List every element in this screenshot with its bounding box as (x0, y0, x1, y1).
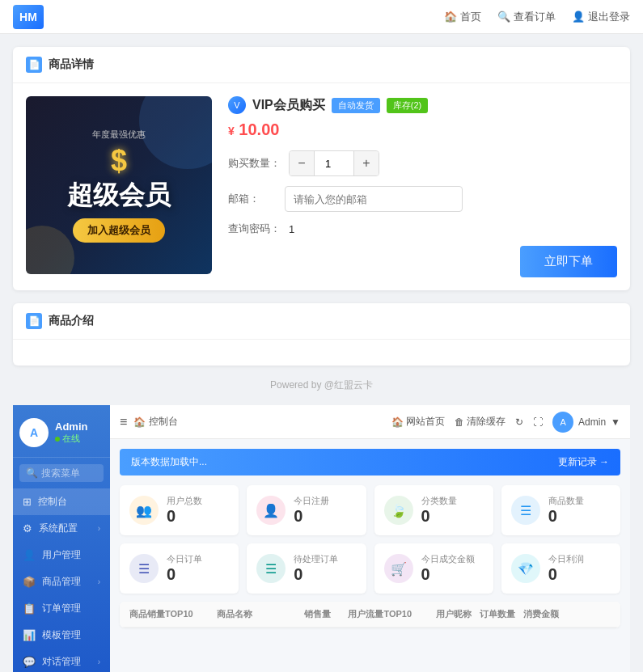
section-title: 商品详情 (49, 57, 94, 72)
sidebar-menu: ⊞ 控制台 ⚙ 系统配置 › 👤 用户管理 📦 商品管理 › (13, 488, 110, 672)
stat-info-users: 用户总数 0 (167, 495, 202, 526)
email-input[interactable] (285, 186, 463, 212)
dashboard-icon: ⊞ (23, 496, 32, 508)
product-detail-header: 📄 商品详情 (13, 47, 630, 83)
product-join-btn: 加入超级会员 (73, 218, 165, 243)
product-intro-header: 📄 商品介绍 (13, 303, 630, 340)
panel-topbar: ≡ 🏠 控制台 🏠 网站首页 🗑 清除缓存 ↻ ⛶ A Admin ▼ (110, 405, 630, 439)
nav-logout[interactable]: 👤 退出登录 (572, 10, 630, 24)
stat-value: 0 (548, 565, 584, 584)
col-user-name: 用户昵称 (436, 608, 480, 620)
sidebar-item-system[interactable]: ⚙ 系统配置 › (13, 515, 110, 542)
stat-value: 0 (167, 565, 202, 584)
refresh-btn[interactable]: ↻ (515, 416, 523, 428)
section-icon: 📄 (26, 57, 42, 73)
stat-info-pending: 待处理订单 0 (294, 553, 338, 584)
intro-title: 商品介绍 (49, 314, 94, 328)
stats-grid-2: ☰ 今日订单 0 ☰ 待处理订单 0 🛒 (120, 543, 620, 594)
stat-value: 0 (421, 565, 475, 584)
stats-grid-1: 👥 用户总数 0 👤 今日注册 0 🍃 (120, 485, 620, 535)
status-label: 在线 (62, 433, 80, 445)
admin-avatar-small: A (552, 412, 573, 433)
sidebar-search-input[interactable] (41, 467, 97, 479)
sidebar-item-dialogue[interactable]: 💬 对话管理 › (13, 649, 110, 672)
col-product-top: 商品销量TOP10 (129, 608, 217, 620)
stat-label: 商品数量 (548, 495, 584, 507)
stat-value: 0 (294, 565, 338, 584)
col-consume: 消费金额 (523, 608, 611, 620)
qty-minus[interactable]: − (290, 151, 314, 175)
product-title-row: V VIP会员购买 自动发货 库存(2) (228, 96, 617, 114)
stat-icon-profit: 💎 (511, 554, 540, 583)
stat-category: 🍃 分类数量 0 (374, 485, 493, 535)
home-link-btn[interactable]: 🏠 网站首页 (391, 415, 445, 429)
badge-stock: 库存(2) (387, 98, 428, 113)
notice-right-link[interactable]: 更新记录 → (558, 455, 609, 469)
finance-icon: 📊 (23, 629, 36, 641)
admin-panel: A Admin 在线 🔍 ⊞ 控制台 ⚙ (13, 405, 630, 672)
sidebar-item-orders[interactable]: 📋 订单管理 (13, 595, 110, 622)
stat-icon-pending: ☰ (256, 554, 286, 583)
admin-name: Admin (55, 421, 87, 433)
chevron-right-icon: › (98, 524, 100, 533)
stat-user-count: 👥 用户总数 0 (120, 485, 239, 535)
nav-links: 🏠 首页 🔍 查看订单 👤 退出登录 (444, 10, 630, 24)
stat-label: 用户总数 (167, 495, 202, 507)
stat-icon-today-orders: ☰ (129, 554, 159, 583)
product-image-subtitle: 年度最强优惠 (67, 129, 171, 141)
stat-icon-reg: 👤 (256, 496, 286, 525)
breadcrumb-icon: 🏠 (133, 416, 146, 428)
nav-orders[interactable]: 🔍 查看订单 (497, 10, 556, 24)
stat-info-today-orders: 今日订单 0 (167, 553, 202, 584)
order-button[interactable]: 立即下单 (520, 246, 617, 277)
email-label: 邮箱： (228, 192, 277, 206)
clear-cache-btn[interactable]: 🗑 清除缓存 (455, 415, 506, 429)
intro-icon: 📄 (26, 313, 42, 329)
nav-home[interactable]: 🏠 首页 (444, 10, 481, 24)
topbar-right: 🏠 网站首页 🗑 清除缓存 ↻ ⛶ A Admin ▼ (391, 412, 620, 433)
chevron-right-icon: › (98, 657, 100, 666)
product-image-main: 超级会员 (67, 178, 171, 213)
stat-info-profit: 今日利润 0 (548, 553, 584, 584)
query-pwd-row: 查询密码： 1 (228, 222, 617, 236)
admin-status: 在线 (55, 433, 87, 445)
sidebar-item-finance[interactable]: 📊 模板管理 (13, 622, 110, 649)
admin-avatar: A (19, 418, 49, 447)
price-symbol: ¥ (228, 125, 235, 137)
qty-row: 购买数量： − + (228, 150, 617, 176)
admin-dropdown-icon[interactable]: ▼ (611, 416, 620, 428)
sidebar-item-label: 用户管理 (42, 548, 81, 562)
stat-info-reg: 今日注册 0 (294, 495, 329, 526)
col-user-top: 用户流量TOP10 (348, 608, 435, 620)
admin-name-topbar: Admin (578, 416, 606, 428)
sidebar-item-label: 订单管理 (42, 602, 81, 615)
stat-value: 0 (421, 507, 457, 526)
qty-plus[interactable]: + (354, 151, 379, 175)
stat-icon-category: 🍃 (384, 496, 413, 525)
sidebar-item-label: 对话管理 (42, 655, 81, 669)
qty-input[interactable] (314, 151, 354, 175)
menu-toggle-button[interactable]: ≡ (120, 415, 127, 429)
col-product-name: 商品名称 (217, 608, 304, 620)
qty-control: − + (289, 150, 379, 176)
sidebar-item-dashboard[interactable]: ⊞ 控制台 (13, 488, 110, 515)
dialogue-icon: 💬 (23, 656, 36, 668)
stat-label: 分类数量 (421, 495, 457, 507)
admin-profile: A Admin 在线 (13, 405, 110, 458)
email-row: 邮箱： (228, 186, 617, 212)
sidebar-item-users[interactable]: 👤 用户管理 (13, 542, 110, 568)
stat-today-profit: 💎 今日利润 0 (501, 543, 620, 594)
logo-box: HM (13, 5, 44, 29)
product-title-icon: V (228, 96, 246, 114)
search-icon: 🔍 (26, 467, 38, 479)
breadcrumb-label: 控制台 (149, 415, 178, 429)
stat-value: 0 (167, 507, 202, 526)
product-image: 年度最强优惠 $ 超级会员 加入超级会员 (26, 96, 212, 274)
sidebar-item-products[interactable]: 📦 商品管理 › (13, 568, 110, 595)
stat-icon-revenue: 🛒 (384, 554, 413, 583)
table-header: 商品销量TOP10 商品名称 销售量 用户流量TOP10 用户昵称 订单数量 消… (120, 602, 620, 628)
powered-by: Powered by @红盟云卡 (13, 378, 630, 392)
expand-btn[interactable]: ⛶ (533, 416, 543, 428)
product-intro-body (13, 340, 630, 366)
top-nav: HM 🏠 首页 🔍 查看订单 👤 退出登录 (0, 0, 643, 34)
